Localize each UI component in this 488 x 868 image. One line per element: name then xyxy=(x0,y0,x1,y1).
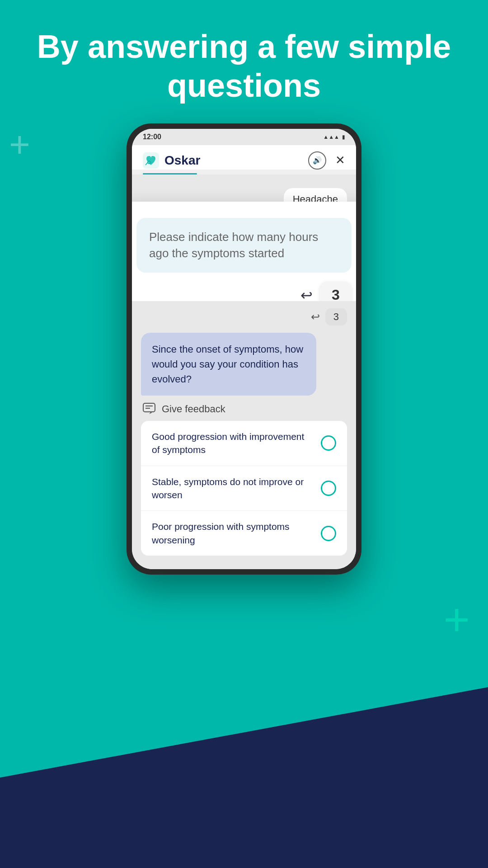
give-feedback-row[interactable]: Give feedback xyxy=(141,403,347,415)
app-name: Oskar xyxy=(164,153,303,168)
phone-screen: 12:00 ▲▲▲ ▮ Oskar 🔊 ✕ H xyxy=(132,129,356,569)
modal-reply-icon: ↩ xyxy=(300,287,313,301)
give-feedback-label: Give feedback xyxy=(162,403,225,415)
signal-icon: ▲▲▲ xyxy=(323,134,339,140)
option-row-2[interactable]: Poor progression with symptoms worsening xyxy=(141,511,347,556)
chat-area-lower: ↩ 3 Since the onset of symptoms, how wou… xyxy=(132,301,356,569)
close-button[interactable]: ✕ xyxy=(335,153,345,167)
option-row-1[interactable]: Stable, symptoms do not improve or worse… xyxy=(141,466,347,511)
option-radio-1[interactable] xyxy=(321,481,336,496)
status-time: 12:00 xyxy=(143,133,161,141)
number-badge-small: 3 xyxy=(325,308,347,326)
svg-rect-2 xyxy=(143,403,155,412)
chat-response-row: ↩ 3 xyxy=(141,308,347,326)
sound-icon: 🔊 xyxy=(313,156,322,165)
bg-plus-right-icon: + xyxy=(444,597,470,642)
app-logo-icon xyxy=(143,152,159,169)
modal-footer: ↩ 3 xyxy=(136,282,352,301)
battery-icon: ▮ xyxy=(342,134,345,140)
chat-area-top: Headache Please indicate how long ago th… xyxy=(132,175,356,301)
page-title: By answering a few simple questions xyxy=(0,0,488,123)
background-triangle xyxy=(0,642,488,868)
option-text-1: Stable, symptoms do not improve or worse… xyxy=(152,475,314,502)
app-header: Oskar 🔊 ✕ xyxy=(132,145,356,170)
feedback-icon xyxy=(143,403,156,415)
option-row-0[interactable]: Good progression with improvement of sym… xyxy=(141,421,347,466)
option-text-2: Poor progression with symptoms worsening xyxy=(152,520,314,547)
bottom-spacer xyxy=(141,556,347,569)
bot-question-bubble: Since the onset of symptoms, how would y… xyxy=(141,333,316,396)
sound-button[interactable]: 🔊 xyxy=(308,151,326,170)
bg-plus-left-icon: + xyxy=(9,127,30,163)
modal-question: Please indicate how many hours ago the s… xyxy=(136,218,352,273)
option-radio-0[interactable] xyxy=(321,435,336,451)
option-text-0: Good progression with improvement of sym… xyxy=(152,430,314,457)
option-radio-2[interactable] xyxy=(321,526,336,541)
reply-icon-small: ↩ xyxy=(311,311,320,323)
modal-number-badge[interactable]: 3 xyxy=(320,282,352,301)
phone-frame: 12:00 ▲▲▲ ▮ Oskar 🔊 ✕ H xyxy=(127,123,361,575)
options-list: Good progression with improvement of sym… xyxy=(141,421,347,556)
modal-card: Please indicate how many hours ago the s… xyxy=(132,202,356,301)
status-icons: ▲▲▲ ▮ xyxy=(323,134,345,140)
status-bar: 12:00 ▲▲▲ ▮ xyxy=(132,129,356,145)
